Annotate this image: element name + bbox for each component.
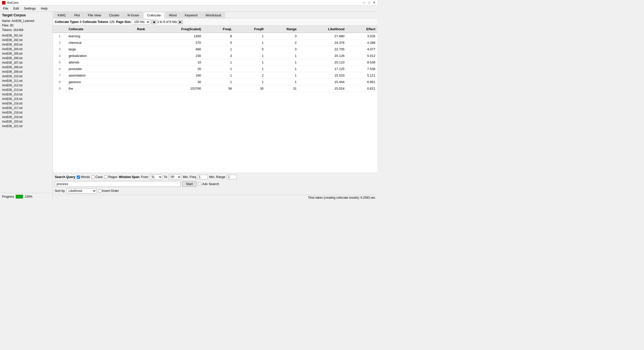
table-row[interactable]: 6postulate2011117.1257.536 — [53, 66, 377, 72]
adv-search-checkbox[interactable] — [198, 182, 201, 186]
start-button[interactable]: Start — [182, 181, 196, 187]
tab-keyword[interactable]: Keyword — [181, 12, 201, 18]
sidebar-file-item[interactable]: AmE06_J14.txt — [0, 92, 53, 97]
invert-order-label[interactable]: Invert Order — [98, 189, 119, 193]
regex-checkbox-label[interactable]: Regex — [104, 175, 117, 179]
search-input-row: Start Adv Search — [55, 181, 375, 187]
next-page-button[interactable]: ▶ — [178, 20, 183, 24]
sidebar-file-item[interactable]: AmE06_J05.txt — [0, 51, 53, 56]
table-row[interactable]: 7assimilation16012115.5335.121 — [53, 72, 377, 79]
tabs: KWICPlotFile ViewClusterN-GramCollocateW… — [53, 12, 377, 18]
table-row[interactable]: 8gaseous3011115.4446.951 — [53, 79, 377, 85]
col-freq-scaled: Freq(Scaled) — [147, 26, 203, 33]
table-row[interactable]: 3large66015322.7054.077 — [53, 46, 377, 53]
sidebar-file-item[interactable]: AmE06_J01.txt — [0, 33, 53, 38]
table-row[interactable]: 4globalization23031120.1265.012 — [53, 53, 377, 59]
close-button[interactable]: ✕ — [373, 1, 375, 4]
table-row[interactable]: 5attends1011120.1108.536 — [53, 59, 377, 66]
table-cell-collocate: postulate — [67, 66, 119, 72]
maximize-button[interactable]: □ — [368, 1, 370, 4]
table-row[interactable]: 1learning145081327.6803.526 — [53, 33, 377, 40]
words-checkbox-label[interactable]: Words — [77, 175, 90, 179]
sidebar: Target Corpus Name: AmE06_Learned Files:… — [0, 12, 53, 200]
tab-kwic[interactable]: KWIC — [54, 12, 70, 18]
sidebar-file-item[interactable]: AmE06_J13.txt — [0, 88, 53, 92]
collocate-types-label: Collocate Types — [55, 20, 79, 24]
table-cell-rank — [119, 46, 147, 53]
col-range: Range — [266, 26, 299, 33]
table-cell-range: 1 — [266, 79, 299, 85]
menu-edit[interactable]: Edit — [11, 6, 21, 11]
sidebar-tokens: Tokens: 161469 — [0, 28, 53, 32]
title-bar-controls: — □ ✕ — [363, 1, 375, 4]
page-size-select[interactable]: 100 hits 50 hits 200 hits — [132, 19, 150, 24]
sidebar-file-item[interactable]: AmE06_J15.txt — [0, 97, 53, 101]
menu-file[interactable]: File — [1, 6, 10, 11]
table-cell-: 1 — [53, 33, 67, 40]
sort-by-select[interactable]: Likelihood Effect Freq(Scaled) FreqL Fre… — [66, 188, 97, 193]
regex-checkbox[interactable] — [104, 176, 107, 179]
sidebar-file-item[interactable]: AmE06_J09.txt — [0, 69, 53, 74]
sidebar-file-item[interactable]: AmE06_J16.txt — [0, 101, 53, 106]
table-cell-freqr: 1 — [234, 53, 266, 59]
prev-page-button[interactable]: ◀ — [151, 20, 156, 24]
tab-file-view[interactable]: File View — [84, 12, 105, 18]
collocate-tokens-label: Collocate Tokens — [83, 20, 108, 24]
minimize-button[interactable]: — — [363, 1, 365, 4]
table-row[interactable]: 2chemical57051224.3764.288 — [53, 40, 377, 46]
table-cell-freqscaled: 1450 — [147, 33, 203, 40]
sidebar-file-item[interactable]: AmE06_J18.txt — [0, 110, 53, 115]
sidebar-file-item[interactable]: AmE06_J19.txt — [0, 115, 53, 119]
tab-n-gram[interactable]: N-Gram — [124, 12, 143, 18]
sidebar-file-item[interactable]: AmE06_J08.txt — [0, 65, 53, 69]
sidebar-file-item[interactable]: AmE06_J20.txt — [0, 119, 53, 124]
min-freq-input[interactable] — [198, 175, 208, 179]
sidebar-file-item[interactable]: AmE06_J11.txt — [0, 79, 53, 83]
to-span-select[interactable]: 5R1R2R3R4R — [169, 174, 181, 180]
tab-wordcloud[interactable]: Wordcloud — [202, 12, 225, 18]
sidebar-file-item[interactable]: AmE06_J03.txt — [0, 42, 53, 47]
tab-collocate[interactable]: Collocate — [143, 12, 165, 18]
sidebar-file-item[interactable]: AmE06_J07.txt — [0, 60, 53, 65]
sidebar-file-item[interactable]: AmE06_J21.txt — [0, 124, 53, 128]
sidebar-file-item[interactable]: AmE06_J10.txt — [0, 74, 53, 79]
case-checkbox-label[interactable]: Case — [91, 175, 103, 179]
min-range-label: Min. Range — [209, 175, 225, 179]
sidebar-file-item[interactable]: AmE06_J17.txt — [0, 106, 53, 110]
sidebar-file-item[interactable]: AmE06_J06.txt — [0, 56, 53, 60]
invert-order-checkbox[interactable] — [98, 189, 101, 193]
table-cell-range: 1 — [266, 53, 299, 59]
menu-bar: File Edit Settings Help — [0, 6, 377, 12]
table-cell-: 4 — [53, 53, 67, 59]
tab-plot[interactable]: Plot — [70, 12, 84, 18]
menu-settings[interactable]: Settings — [22, 6, 38, 11]
bottom-controls: Search Query Words Case Regex Window Spa… — [53, 173, 377, 195]
tab-word[interactable]: Word — [165, 12, 180, 18]
sidebar-file-item[interactable]: AmE06_J12.txt — [0, 83, 53, 88]
sidebar-files: Files: 80 — [0, 23, 53, 28]
adv-search-label[interactable]: Adv Search — [198, 182, 219, 186]
table-cell-range: 1 — [266, 66, 299, 72]
sidebar-file-item[interactable]: AmE06_J04.txt — [0, 47, 53, 51]
progress-label: Progress — [2, 195, 14, 198]
menu-help[interactable]: Help — [39, 6, 50, 11]
table-container: Collocate Rank Freq(Scaled) FreqL FreqR … — [53, 26, 377, 173]
table-cell-collocate: learning — [67, 33, 119, 40]
table-cell-effect: 4.077 — [346, 46, 377, 53]
sidebar-name: Name: AmE06_Learned — [0, 19, 53, 23]
table-cell-freql: 5 — [203, 40, 234, 46]
page-size-label: Page Size — [116, 20, 131, 24]
sidebar-files-label: Files: — [2, 24, 9, 27]
table-cell-range: 1 — [266, 59, 299, 66]
from-span-select[interactable]: 5L1L2L3L4L — [150, 174, 163, 180]
min-range-input[interactable] — [227, 175, 237, 179]
search-input[interactable] — [55, 181, 181, 187]
table-row[interactable]: 9the10376056303115.0240.621 — [53, 85, 377, 92]
table-cell-freqscaled: 20 — [147, 66, 203, 72]
sidebar-file-item[interactable]: AmE06_J02.txt — [0, 38, 53, 42]
words-checkbox[interactable] — [77, 176, 80, 179]
case-checkbox[interactable] — [91, 176, 95, 179]
sidebar-file-list[interactable]: AmE06_J01.txtAmE06_J02.txtAmE06_J03.txtA… — [0, 33, 53, 193]
table-cell-collocate: assimilation — [67, 72, 119, 79]
tab-cluster[interactable]: Cluster — [105, 12, 123, 18]
